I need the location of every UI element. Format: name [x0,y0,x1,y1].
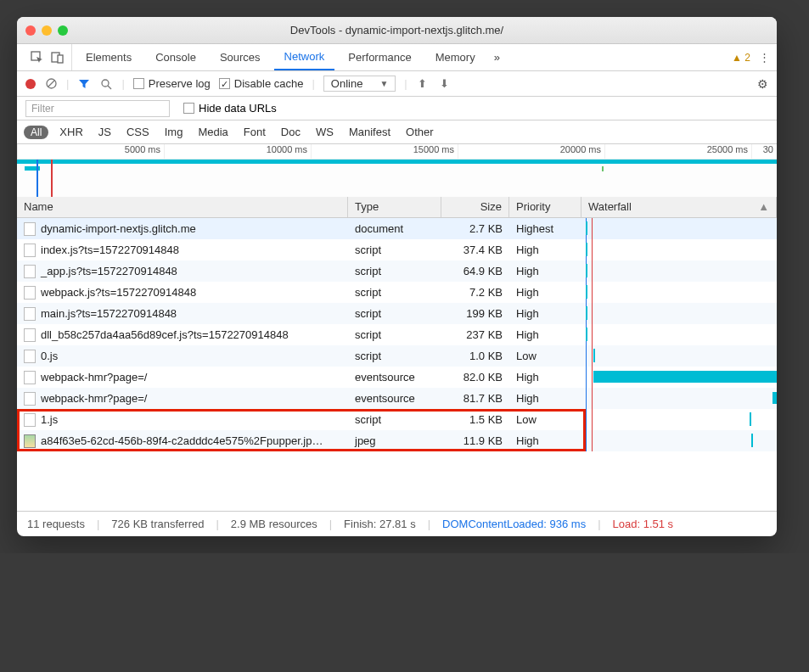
table-row[interactable]: index.js?ts=1572270914848script37.4 KBHi… [17,239,777,260]
status-requests: 11 requests [27,518,85,530]
type-filter-all[interactable]: All [24,126,48,139]
tab-network[interactable]: Network [274,44,335,70]
col-header-priority[interactable]: Priority [509,197,581,217]
table-row[interactable]: _app.js?ts=1572270914848script64.9 KBHig… [17,260,777,282]
warning-badge[interactable]: ▲ 2 [732,51,750,64]
panel-tabs: Elements Console Sources Network Perform… [17,44,777,71]
request-size: 64.9 KB [441,265,509,277]
request-type: script [348,244,441,256]
table-row[interactable]: webpack-hmr?page=/eventsource81.7 KBHigh [17,388,777,409]
type-filter-ws[interactable]: WS [312,126,338,138]
request-size: 199 KB [441,307,509,320]
status-transferred: 726 KB transferred [111,518,204,530]
type-filter-img[interactable]: Img [160,126,188,138]
tab-console[interactable]: Console [145,44,206,70]
type-filter-media[interactable]: Media [194,126,232,138]
download-har-icon[interactable]: ⬇ [438,77,452,91]
request-list: dynamic-import-nextjs.glitch.medocument2… [17,218,777,451]
file-icon [24,328,36,342]
request-type: script [348,328,441,341]
table-row[interactable]: dll_b58c257da4aa56d89cef.js?ts=157227091… [17,324,777,345]
col-header-type[interactable]: Type [348,197,441,217]
col-header-size[interactable]: Size [441,197,509,217]
table-row[interactable]: a84f63e5-62cd-456b-89f4-c2adddc4e575%2Fp… [17,430,777,451]
type-filter-bar: All XHR JS CSS Img Media Font Doc WS Man… [17,120,777,144]
request-priority: High [509,434,581,447]
request-name: 1.js [41,413,58,426]
request-name: a84f63e5-62cd-456b-89f4-c2adddc4e575%2Fp… [41,434,323,447]
tab-performance[interactable]: Performance [338,44,421,70]
device-toggle-icon[interactable] [51,51,65,64]
request-name: webpack.js?ts=1572270914848 [41,286,196,299]
record-button[interactable] [25,79,36,89]
request-waterfall [581,324,777,345]
table-row[interactable]: dynamic-import-nextjs.glitch.medocument2… [17,218,777,239]
file-icon [24,307,36,321]
table-row[interactable]: webpack-hmr?page=/eventsource82.0 KBHigh [17,367,777,388]
maximize-window-button[interactable] [58,25,68,36]
filter-input[interactable]: Filter [25,100,170,117]
request-priority: High [509,328,581,341]
request-name: webpack-hmr?page=/ [41,392,147,405]
request-name: index.js?ts=1572270914848 [41,244,179,256]
search-icon[interactable] [99,77,113,91]
titlebar[interactable]: DevTools - dynamic-import-nextjs.glitch.… [17,17,777,44]
more-tabs-button[interactable]: » [489,44,505,70]
timeline-overview[interactable]: 5000 ms 10000 ms 15000 ms 20000 ms 25000… [17,144,777,197]
file-icon [24,222,36,236]
type-filter-doc[interactable]: Doc [277,126,305,138]
file-icon [24,413,36,427]
window-controls [25,25,68,36]
select-element-icon[interactable] [31,51,44,64]
disable-cache-checkbox[interactable]: Disable cache [219,77,304,90]
tab-elements[interactable]: Elements [76,44,142,70]
settings-gear-icon[interactable]: ⚙ [757,77,768,91]
request-priority: High [509,307,581,320]
status-bar: 11 requests| 726 KB transferred| 2.9 MB … [17,511,777,536]
preserve-log-checkbox[interactable]: Preserve log [133,77,211,90]
request-name: main.js?ts=1572270914848 [41,307,177,320]
tab-sources[interactable]: Sources [210,44,271,70]
col-header-name[interactable]: Name [17,197,348,217]
tab-memory[interactable]: Memory [425,44,486,70]
svg-point-5 [102,80,109,87]
throttling-select[interactable]: Online▼ [323,76,396,92]
type-filter-font[interactable]: Font [239,126,270,138]
request-name: 0.js [41,350,58,362]
request-size: 237 KB [441,328,509,341]
type-filter-manifest[interactable]: Manifest [345,126,395,138]
type-filter-xhr[interactable]: XHR [55,126,87,138]
type-filter-css[interactable]: CSS [122,126,154,138]
request-type: jpeg [348,434,441,447]
hide-data-urls-checkbox[interactable]: Hide data URLs [183,102,277,115]
table-row[interactable]: main.js?ts=1572270914848script199 KBHigh [17,303,777,324]
window-title: DevTools - dynamic-import-nextjs.glitch.… [290,24,503,36]
request-priority: High [509,286,581,299]
request-name: dll_b58c257da4aa56d89cef.js?ts=157227091… [41,328,289,341]
request-size: 82.0 KB [441,371,509,384]
filter-toggle-icon[interactable] [77,77,91,91]
table-row[interactable]: 1.jsscript1.5 KBLow [17,409,777,430]
type-filter-js[interactable]: JS [94,126,115,138]
request-name: webpack-hmr?page=/ [41,371,147,384]
image-file-icon [24,434,36,448]
close-window-button[interactable] [25,25,36,36]
status-dcl: DOMContentLoaded: 936 ms [442,518,586,530]
table-row[interactable]: webpack.js?ts=1572270914848script7.2 KBH… [17,282,777,303]
upload-har-icon[interactable]: ⬆ [416,77,430,91]
request-priority: Highest [509,222,581,235]
empty-area [17,451,777,511]
file-icon [24,350,36,363]
clear-button[interactable] [44,77,58,91]
svg-rect-2 [58,55,63,63]
request-priority: High [509,392,581,405]
kebab-menu-icon[interactable]: ⋮ [759,51,770,64]
type-filter-other[interactable]: Other [402,126,438,138]
request-waterfall [581,367,777,388]
minimize-window-button[interactable] [42,25,52,36]
request-name: _app.js?ts=1572270914848 [41,265,177,277]
table-row[interactable]: 0.jsscript1.0 KBLow [17,345,777,367]
timeline-ruler: 5000 ms 10000 ms 15000 ms 20000 ms 25000… [17,144,777,160]
request-size: 81.7 KB [441,392,509,405]
col-header-waterfall[interactable]: Waterfall▲ [581,197,777,217]
